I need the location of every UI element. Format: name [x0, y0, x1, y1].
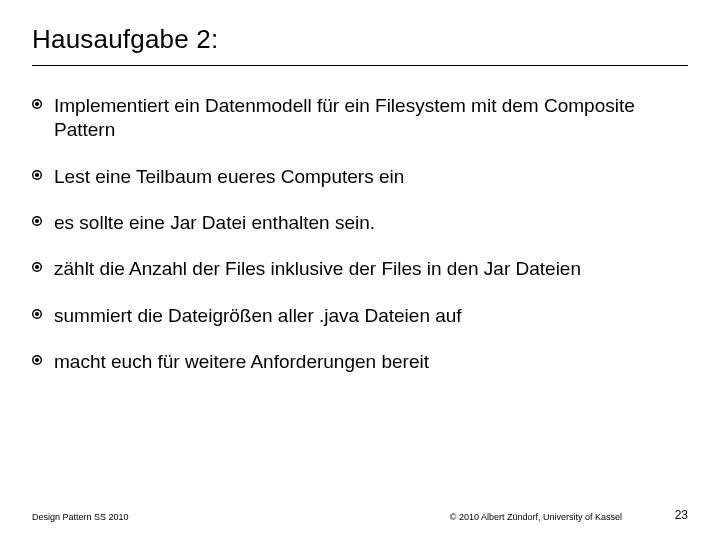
- bullet-text: zählt die Anzahl der Files inklusive der…: [54, 257, 581, 281]
- bullet-icon: [32, 309, 42, 319]
- slide-title: Hausaufgabe 2:: [32, 24, 688, 55]
- list-item: Lest eine Teilbaum eueres Computers ein: [32, 165, 688, 189]
- page-number: 23: [652, 508, 688, 522]
- title-rule: [32, 65, 688, 66]
- bullet-text: macht euch für weitere Anforderungen ber…: [54, 350, 429, 374]
- svg-point-5: [35, 219, 39, 223]
- bullet-text: Implementiert ein Datenmodell für ein Fi…: [54, 94, 688, 143]
- list-item: macht euch für weitere Anforderungen ber…: [32, 350, 688, 374]
- svg-point-3: [35, 173, 39, 177]
- bullet-icon: [32, 262, 42, 272]
- footer-copyright: © 2010 Albert Zündorf, University of Kas…: [327, 512, 652, 522]
- bullet-icon: [32, 99, 42, 109]
- bullet-text: Lest eine Teilbaum eueres Computers ein: [54, 165, 404, 189]
- bullet-icon: [32, 216, 42, 226]
- slide-footer: Design Pattern SS 2010 © 2010 Albert Zün…: [32, 508, 688, 522]
- svg-point-7: [35, 265, 39, 269]
- bullet-icon: [32, 170, 42, 180]
- list-item: es sollte eine Jar Datei enthalten sein.: [32, 211, 688, 235]
- list-item: summiert die Dateigrößen aller .java Dat…: [32, 304, 688, 328]
- svg-point-9: [35, 311, 39, 315]
- list-item: zählt die Anzahl der Files inklusive der…: [32, 257, 688, 281]
- bullet-text: es sollte eine Jar Datei enthalten sein.: [54, 211, 375, 235]
- footer-left: Design Pattern SS 2010: [32, 512, 327, 522]
- bullet-text: summiert die Dateigrößen aller .java Dat…: [54, 304, 462, 328]
- slide-content: Implementiert ein Datenmodell für ein Fi…: [32, 94, 688, 508]
- list-item: Implementiert ein Datenmodell für ein Fi…: [32, 94, 688, 143]
- svg-point-11: [35, 358, 39, 362]
- svg-point-1: [35, 102, 39, 106]
- bullet-icon: [32, 355, 42, 365]
